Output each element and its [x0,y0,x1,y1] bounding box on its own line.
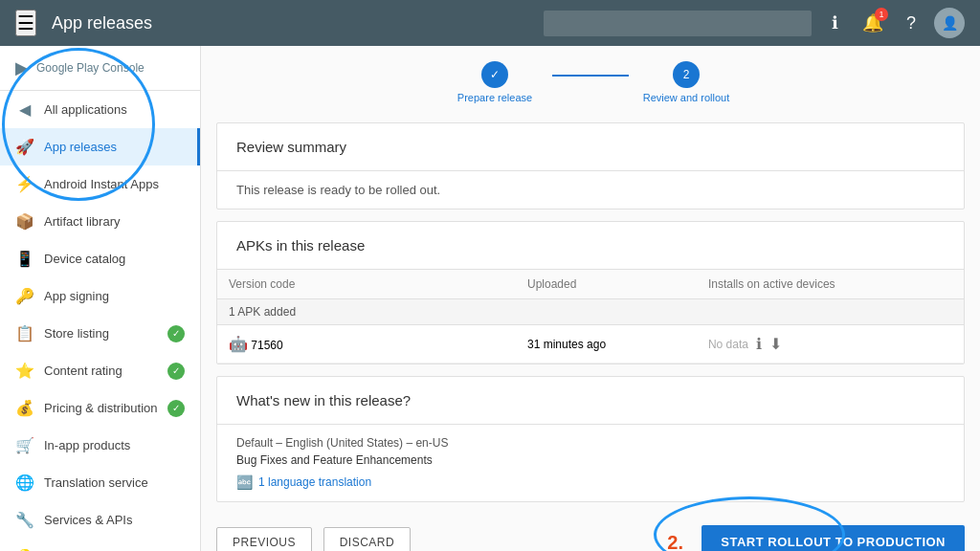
feature-line: Bug Fixes and Feature Enhancements [236,453,945,467]
left-actions: PREVIOUS DISCARD [216,527,418,552]
sidebar-item-in-app-products[interactable]: 🛒 In-app products [0,427,200,464]
start-rollout-button[interactable]: START ROLLOUT TO PRODUCTION [702,525,965,551]
sidebar-item-services-apis[interactable]: 🔧 Services & APIs [0,501,200,539]
info-icon: ℹ [832,12,838,33]
help-button[interactable]: ? [896,8,926,38]
review-summary-card: Review summary This release is ready to … [216,122,965,209]
sidebar-item-app-signing[interactable]: 🔑 App signing [0,277,200,315]
review-summary-body: This release is ready to be rolled out. [217,171,964,209]
sidebar-logo: ▶ Google Play Console [0,46,200,91]
sidebar-item-artifact-library[interactable]: 📦 Artifact library [0,203,200,240]
right-actions: 2. START ROLLOUT TO PRODUCTION [702,525,965,551]
sidebar-item-content-rating[interactable]: ⭐ Content rating ✓ [0,352,200,389]
products-icon: 🛒 [15,436,34,454]
whats-new-card: What's new in this release? Default – En… [216,376,965,502]
translation-line: 🔤 1 language translation [236,474,945,490]
apks-title: APKs in this release [236,237,945,253]
installs-value: No data [708,338,748,351]
apk-installs-cell: No data ℹ ⬇ [697,325,964,364]
sidebar-item-android-instant-apps[interactable]: ⚡ Android Instant Apps [0,165,200,203]
avatar[interactable]: 👤 [934,8,965,38]
apk-download-button[interactable]: ⬇ [769,335,782,353]
discard-button[interactable]: DISCARD [323,527,412,552]
sidebar-item-pricing-distribution[interactable]: 💰 Pricing & distribution ✓ [0,389,200,427]
menu-button[interactable]: ☰ [15,10,36,36]
table-row: 🤖 71560 31 minutes ago No data ℹ ⬇ [217,325,964,364]
pricing-icon: 💰 [15,399,34,417]
action-bar: PREVIOUS DISCARD 2. START ROLLOUT TO PRO… [216,514,965,551]
sidebar-item-label: Services & APIs [44,513,185,527]
col-installs: Installs on active devices [697,270,964,299]
sidebar-item-label: App signing [44,289,185,303]
page-title: App releases [52,13,544,33]
sidebar-item-optimization-tips[interactable]: 💡 Optimization tips [0,539,200,551]
play-icon: ▶ [15,57,29,78]
rating-icon: ⭐ [15,362,34,380]
review-summary-message: This release is ready to be rolled out. [236,183,945,197]
back-icon: ◀ [15,100,34,119]
step-circle-2: 2 [673,61,700,88]
sidebar-item-translation-service[interactable]: 🌐 Translation service [0,464,200,501]
col-uploaded: Uploaded [516,270,697,299]
stepper: ✓ Prepare release 2 Review and rollout [216,61,965,103]
store-icon: 📋 [15,324,34,342]
sidebar-item-store-listing[interactable]: 📋 Store listing ✓ [0,315,200,352]
whats-new-header: What's new in this release? [217,377,964,425]
sidebar-item-label: Pricing & distribution [44,401,158,415]
translation-icon: 🌐 [15,474,34,492]
apk-section-label: 1 APK added [217,299,964,325]
sidebar-logo-text: Google Play Console [36,61,145,75]
sidebar-item-label: Android Instant Apps [44,177,185,191]
sidebar-item-label: Artifact library [44,214,185,229]
step-connector [552,75,629,77]
sidebar-item-all-applications[interactable]: ◀ All applications [0,91,200,128]
step-prepare-release: ✓ Prepare release [437,61,552,103]
review-summary-header: Review summary [217,123,964,171]
help-icon: ? [906,13,916,33]
apk-version-code: 71560 [251,339,282,352]
step-label-2: Review and rollout [643,92,730,103]
col-version: Version code [217,270,516,299]
translate-icon: 🔤 [236,474,253,490]
sidebar-item-label: Translation service [44,475,185,490]
apk-version-cell: 🤖 71560 [217,325,516,364]
whats-new-title: What's new in this release? [236,392,945,408]
apk-uploaded-cell: 31 minutes ago [516,325,697,364]
topbar: ☰ App releases ℹ 🔔 1 ? 👤 [0,0,980,46]
apks-card: APKs in this release Version code Upload… [216,221,965,364]
search-input[interactable] [544,11,812,36]
sidebar-item-label: Store listing [44,326,158,341]
notification-badge: 1 [875,8,888,21]
android-icon: 🤖 [229,336,248,352]
step-review-rollout: 2 Review and rollout [629,61,744,103]
signing-icon: 🔑 [15,287,34,305]
language-line: Default – English (United States) – en-U… [236,436,945,450]
apk-info-button[interactable]: ℹ [756,335,762,353]
previous-button[interactable]: PREVIOUS [216,527,312,552]
instant-apps-icon: ⚡ [15,175,34,193]
sidebar-item-app-releases[interactable]: 🚀 App releases 1. ✓ [0,128,200,165]
notifications-button[interactable]: 🔔 1 [858,8,888,38]
sidebar-item-label: In-app products [44,438,185,452]
review-summary-title: Review summary [236,139,945,155]
translation-text: 1 language translation [258,475,371,489]
apks-card-header: APKs in this release [217,222,964,270]
complete-badge: ✓ [167,400,185,417]
whats-new-body: Default – English (United States) – en-U… [217,425,964,501]
apk-section-row: 1 APK added [217,299,964,325]
services-icon: 🔧 [15,511,34,529]
releases-icon: 🚀 [15,138,34,156]
library-icon: 📦 [15,212,34,231]
complete-badge: ✓ [167,325,185,342]
sidebar: ▶ Google Play Console ◀ All applications… [0,46,201,551]
step-number-2: 2 [683,68,690,81]
complete-badge: ✓ [167,363,185,380]
step-check-icon: ✓ [490,68,500,81]
step-label-1: Prepare release [457,92,532,103]
main-layout: ▶ Google Play Console ◀ All applications… [0,46,980,551]
content-area: ✓ Prepare release 2 Review and rollout R… [201,46,980,551]
device-icon: 📱 [15,250,34,268]
sidebar-item-device-catalog[interactable]: 📱 Device catalog [0,240,200,277]
info-button[interactable]: ℹ [819,8,850,38]
sidebar-item-label: Device catalog [44,252,185,266]
